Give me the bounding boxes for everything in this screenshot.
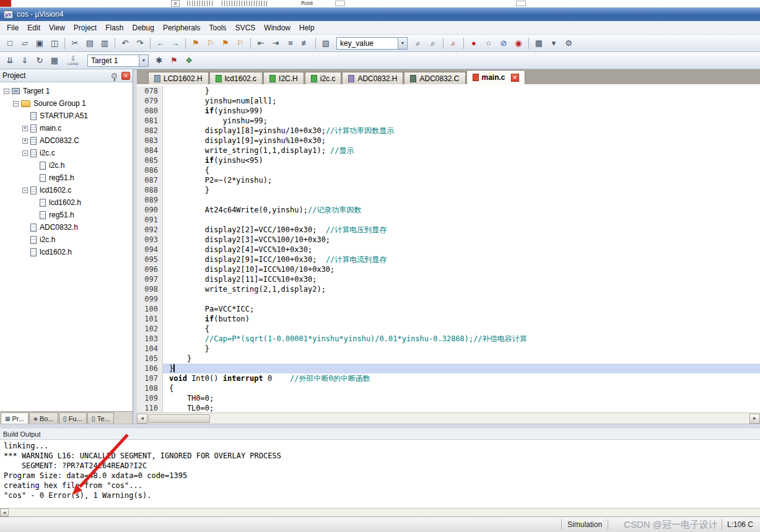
code-line-106[interactable]: 106}: [137, 364, 760, 373]
code-line-085[interactable]: 085 if(yinshu<95): [137, 155, 760, 165]
code-line-096[interactable]: 096 display2[10]=ICC%100/10+0x30;: [137, 264, 760, 274]
build-hscrollbar[interactable]: ◄: [0, 508, 760, 517]
pin-icon[interactable]: [111, 73, 117, 79]
tree-item-adc0832-h[interactable]: ADC0832.h: [0, 221, 133, 233]
tab-main-c[interactable]: main.c✕: [466, 70, 525, 84]
code-line-082[interactable]: 082 display1[8]=yinshu/10+0x30;//计算功率因数显…: [137, 126, 760, 136]
code-line-100[interactable]: 100 Pa=VCC*ICC;: [137, 304, 760, 314]
code-line-108[interactable]: 108{: [137, 383, 760, 393]
panel-tab-te[interactable]: {}Te...: [87, 412, 115, 424]
tree-item-main-c[interactable]: +main.c: [0, 122, 133, 134]
panel-tab-bo[interactable]: ◈Bo...: [29, 412, 58, 424]
tree-item-reg51-h[interactable]: reg51.h: [0, 209, 133, 221]
tree-item-i2c-c[interactable]: −i2c.c: [0, 147, 133, 159]
code-line-094[interactable]: 094 display2[4]=VCC%10+0x30;: [137, 245, 760, 255]
build-icon[interactable]: ⇓: [18, 55, 32, 67]
undo-icon[interactable]: ↶: [118, 37, 132, 50]
outdent-icon[interactable]: ⇤: [254, 37, 268, 50]
paste-icon[interactable]: ▥: [98, 37, 111, 50]
key-value-combo[interactable]: key_value ▼: [336, 37, 408, 50]
save-icon[interactable]: ▣: [33, 37, 46, 50]
find-in-files-icon[interactable]: ⌕: [426, 37, 440, 50]
edit-marker-icon[interactable]: ▧: [319, 37, 333, 50]
code-line-079[interactable]: 079 yinshu=num[all];: [137, 96, 760, 106]
code-line-107[interactable]: 107void Int0() interrupt 0 //外部中断0的中断函数: [137, 373, 760, 383]
manage-components-icon[interactable]: ❖: [182, 55, 196, 67]
code-line-086[interactable]: 086 {: [137, 165, 760, 175]
disable-all-breakpoints-icon[interactable]: ⊘: [497, 37, 510, 50]
debug-windows-icon[interactable]: ▦: [532, 37, 546, 50]
save-all-icon[interactable]: ◫: [48, 37, 61, 50]
code-line-105[interactable]: 105 }: [137, 354, 760, 364]
menu-window[interactable]: Window: [260, 22, 295, 33]
collapse-icon[interactable]: −: [22, 150, 28, 156]
tree-item-lcd1602-h[interactable]: lcd1602.h: [0, 246, 133, 258]
configure-icon[interactable]: ⚙: [562, 37, 575, 50]
tree-item-i2c-h[interactable]: i2c.h: [0, 159, 133, 172]
tab-lcd1602-c[interactable]: lcd1602.c: [209, 72, 263, 84]
redo-icon[interactable]: ↷: [133, 37, 147, 50]
tree-item-adc0832-c[interactable]: +ADC0832.C: [0, 134, 133, 147]
comment-icon[interactable]: ≡: [284, 37, 297, 50]
code-line-080[interactable]: 080 if(yinshu>99): [137, 106, 760, 116]
build-output[interactable]: linking...*** WARNING L16: UNCALLED SEGM…: [0, 440, 760, 508]
close-tab-icon[interactable]: ✕: [511, 74, 519, 82]
indent-icon[interactable]: ⇥: [269, 37, 282, 50]
code-line-110[interactable]: 110 TL0=0;: [137, 403, 760, 412]
code-line-109[interactable]: 109 TH0=0;: [137, 393, 760, 403]
panel-tab-fu[interactable]: {}Fu...: [59, 412, 87, 424]
tree-item-reg51-h[interactable]: reg51.h: [0, 172, 133, 184]
find-icon[interactable]: ⌕: [447, 37, 460, 50]
code-line-092[interactable]: 092 display2[2]=VCC/100+0x30; //计算电压到显存: [137, 225, 760, 235]
menu-flash[interactable]: Flash: [101, 22, 128, 33]
code-line-083[interactable]: 083 display1[9]=yinshu%10+0x30;: [137, 136, 760, 146]
dropdown-arrow-icon[interactable]: ▼: [139, 55, 148, 66]
tab-i2c-c[interactable]: i2c.c: [305, 72, 342, 84]
tab-lcd1602-h[interactable]: LCD1602.H: [148, 72, 209, 84]
editor-hscrollbar[interactable]: ◄ ►: [137, 412, 760, 424]
rebuild-icon[interactable]: ↻: [33, 55, 46, 67]
tree-item-lcd1602-h[interactable]: lcd1602.h: [0, 196, 133, 209]
code-line-101[interactable]: 101 if(button): [137, 314, 760, 324]
dropdown-arrow-icon[interactable]: ▼: [398, 38, 407, 49]
scroll-left-icon[interactable]: ◄: [137, 414, 147, 424]
scroll-thumb[interactable]: [148, 414, 210, 423]
kill-all-breakpoints-icon[interactable]: ◉: [512, 37, 525, 50]
code-line-093[interactable]: 093 display2[3]=VCC%100/10+0x30;: [137, 235, 760, 245]
bookmark-clear-icon[interactable]: ⚐: [234, 37, 247, 50]
menu-debug[interactable]: Debug: [128, 22, 159, 33]
collapse-icon[interactable]: −: [13, 101, 19, 107]
menu-help[interactable]: Help: [295, 22, 319, 33]
code-line-084[interactable]: 084 write_string(1,1,display1); //显示: [137, 146, 760, 155]
tab-i2c-h[interactable]: I2C.H: [263, 72, 304, 84]
tree-item-lcd1602-c[interactable]: −lcd1602.c: [0, 184, 133, 196]
windows-dropdown-icon[interactable]: ▾: [547, 37, 561, 50]
tree-item-source-group-1[interactable]: −Source Group 1: [0, 97, 133, 110]
menu-svcs[interactable]: SVCS: [231, 22, 260, 33]
menu-project[interactable]: Project: [69, 22, 101, 33]
code-line-087[interactable]: 087 P2=~(2*yinshu);: [137, 175, 760, 185]
code-line-081[interactable]: 081 yinshu=99;: [137, 116, 760, 126]
scroll-right-icon[interactable]: ►: [749, 414, 760, 424]
batch-build-icon[interactable]: ▦: [48, 55, 61, 67]
enable-breakpoint-icon[interactable]: ○: [482, 37, 496, 50]
code-line-098[interactable]: 098 write_string(2,1,display2);: [137, 284, 760, 294]
navigate-forward-icon[interactable]: →: [168, 37, 182, 50]
horizontal-splitter[interactable]: [0, 424, 760, 429]
code-line-099[interactable]: 099: [137, 294, 760, 304]
translate-icon[interactable]: ⇊: [3, 55, 17, 67]
code-line-089[interactable]: 089: [137, 195, 760, 205]
expand-icon[interactable]: +: [22, 138, 28, 144]
bookmark-toggle-icon[interactable]: ⚑: [189, 37, 203, 50]
copy-icon[interactable]: ▤: [83, 37, 97, 50]
tab-adc0832-h[interactable]: ADC0832.H: [342, 72, 403, 84]
code-line-095[interactable]: 095 display2[9]=ICC/100+0x30; //计算电流到显存: [137, 255, 760, 264]
panel-tab-pr[interactable]: ▦Pr...: [1, 412, 28, 424]
code-line-104[interactable]: 104 }: [137, 344, 760, 354]
tab-adc0832-c[interactable]: ADC0832.C: [404, 72, 465, 84]
code-line-091[interactable]: 091: [137, 215, 760, 225]
menu-edit[interactable]: Edit: [23, 22, 45, 33]
expand-icon[interactable]: +: [22, 126, 28, 131]
tree-item-target-1[interactable]: −Target 1: [0, 85, 133, 97]
scroll-left-icon[interactable]: ◄: [0, 508, 9, 517]
